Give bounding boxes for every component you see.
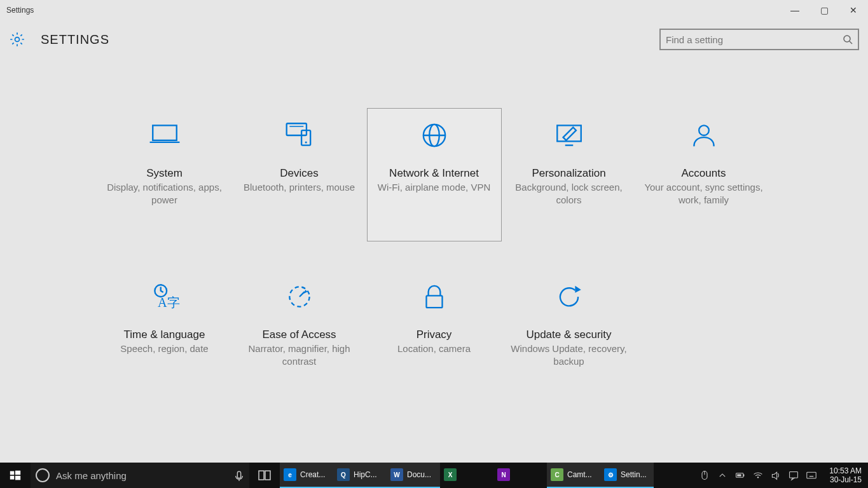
taskbar-app-onenote[interactable]: N (493, 463, 547, 488)
tile-desc: Bluetooth, printers, mouse (240, 181, 359, 194)
tile-desc: Background, lock screen, colors (502, 181, 636, 207)
taskbar-apps: eCreat...QHipC...WDocu...XNCCamt...⚙Sett… (280, 463, 654, 488)
taskbar-app-hipchat[interactable]: QHipC... (333, 463, 387, 488)
volume-tray-icon[interactable] (771, 470, 781, 480)
mouse-tray-icon[interactable] (699, 470, 710, 480)
tile-ease[interactable]: Ease of AccessNarrator, magnifier, high … (232, 269, 367, 403)
tile-title: System (146, 167, 183, 180)
window-title: Settings (6, 6, 780, 15)
search-icon (843, 34, 853, 44)
settings-icon: ⚙ (604, 468, 617, 481)
tile-accounts[interactable]: AccountsYour account, sync settings, wor… (637, 108, 771, 241)
tile-title: Time & language (124, 329, 205, 341)
task-view-button[interactable] (249, 463, 280, 488)
taskbar-app-camtasia[interactable]: CCamt... (547, 463, 600, 488)
tile-desc: Your account, sync settings, work, famil… (637, 181, 771, 207)
update-icon (549, 276, 589, 317)
tile-title: Update & security (526, 329, 611, 341)
tile-personalization[interactable]: PersonalizationBackground, lock screen, … (502, 108, 637, 241)
taskbar-app-settings[interactable]: ⚙Settin... (600, 463, 654, 488)
page-title: SETTINGS (41, 32, 659, 47)
devices-icon (279, 115, 320, 156)
tile-title: Accounts (682, 167, 726, 180)
cortana-icon (36, 468, 50, 482)
tile-devices[interactable]: DevicesBluetooth, printers, mouse (232, 108, 367, 241)
tile-desc: Windows Update, recovery, backup (502, 342, 636, 369)
hipchat-icon: Q (337, 468, 350, 481)
taskbar-app-label: HipC... (354, 470, 377, 479)
minimize-button[interactable]: — (780, 0, 809, 20)
taskbar-app-edge[interactable]: eCreat... (280, 463, 333, 488)
camtasia-icon: C (551, 468, 563, 481)
edge-icon: e (284, 468, 296, 481)
taskbar-app-label: Creat... (300, 470, 325, 479)
close-button[interactable]: ✕ (839, 0, 868, 20)
taskbar-search-placeholder: Ask me anything (56, 470, 228, 481)
taskbar-search[interactable]: Ask me anything (31, 463, 249, 488)
personalization-icon (549, 115, 589, 156)
system-icon (144, 115, 185, 156)
tile-title: Ease of Access (262, 329, 336, 341)
tile-title: Personalization (532, 167, 605, 180)
touch-keyboard-icon[interactable] (806, 470, 816, 480)
tile-update[interactable]: Update & securityWindows Update, recover… (502, 269, 637, 403)
gear-icon (9, 31, 25, 48)
tile-desc: Wi-Fi, airplane mode, VPN (374, 181, 495, 194)
settings-grid: SystemDisplay, notifications, apps, powe… (97, 108, 771, 403)
accounts-icon (684, 115, 724, 156)
tile-title: Devices (280, 167, 318, 180)
tile-privacy[interactable]: PrivacyLocation, camera (367, 269, 502, 403)
tile-desc: Display, notifications, apps, power (98, 181, 231, 207)
tile-title: Network & Internet (389, 167, 479, 180)
tile-time[interactable]: Time & languageSpeech, region, date (97, 269, 232, 403)
excel-icon: X (444, 468, 457, 481)
taskbar-app-label: Settin... (621, 470, 647, 479)
show-hidden-icons[interactable] (717, 470, 727, 480)
word-icon: W (390, 468, 403, 481)
taskbar-app-label: Camt... (567, 470, 592, 479)
taskbar-app-word[interactable]: WDocu... (387, 463, 440, 488)
time-icon (144, 276, 185, 317)
tile-network[interactable]: Network & InternetWi-Fi, airplane mode, … (367, 108, 502, 241)
search-input[interactable] (666, 34, 843, 45)
microphone-icon[interactable] (234, 470, 244, 480)
taskbar-app-excel[interactable]: X (440, 463, 493, 488)
header: SETTINGS (0, 20, 868, 52)
search-box[interactable] (659, 29, 859, 50)
taskbar-app-label: Docu... (407, 470, 431, 479)
start-button[interactable] (0, 463, 31, 488)
maximize-button[interactable]: ▢ (809, 0, 839, 20)
tile-title: Privacy (417, 329, 452, 341)
network-icon (414, 115, 455, 156)
privacy-icon (414, 276, 455, 317)
tile-desc: Narrator, magnifier, high contrast (233, 342, 366, 369)
tile-desc: Speech, region, date (116, 342, 212, 355)
taskbar-clock[interactable]: 10:53 AM 30-Jul-15 (823, 463, 868, 488)
battery-tray-icon[interactable] (735, 470, 745, 480)
clock-time: 10:53 AM (829, 466, 862, 475)
wifi-tray-icon[interactable] (753, 470, 763, 480)
clock-date: 30-Jul-15 (830, 475, 862, 484)
onenote-icon: N (497, 468, 510, 481)
taskbar: Ask me anything eCreat...QHipC...WDocu..… (0, 463, 868, 488)
system-tray (693, 463, 823, 488)
tile-system[interactable]: SystemDisplay, notifications, apps, powe… (97, 108, 232, 241)
tile-desc: Location, camera (394, 342, 474, 355)
ease-icon (279, 276, 320, 317)
titlebar: Settings — ▢ ✕ (0, 0, 868, 20)
action-center-icon[interactable] (789, 470, 799, 480)
